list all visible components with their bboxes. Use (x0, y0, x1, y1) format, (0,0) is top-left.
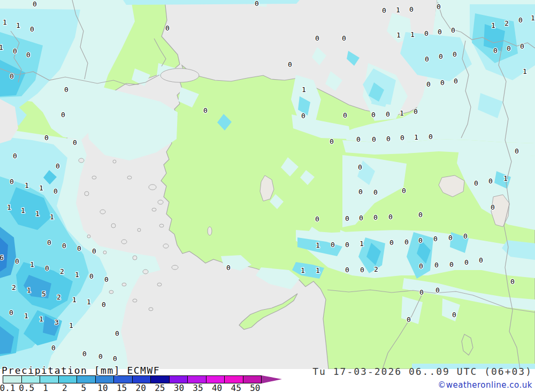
precip-value: 0 (433, 235, 438, 243)
legend-tick-label: 50 (250, 383, 260, 392)
precip-value: 0 (429, 133, 433, 141)
legend-color-segment (114, 376, 133, 383)
precip-value: 0 (449, 260, 454, 268)
precip-value: 1 (360, 240, 364, 248)
precip-value: 0 (102, 301, 106, 309)
precip-value: 2 (374, 265, 378, 273)
precip-value: 0 (47, 239, 51, 247)
sea-of-marmara (160, 68, 199, 82)
legend-tick-label: 1 (43, 383, 48, 392)
forecast-datetime: Tu 17-03-2026 06..09 UTC (06+03) (312, 366, 532, 377)
legend-color-segment (207, 376, 225, 383)
precip-value: 1 (396, 6, 400, 14)
precip-value: 0 (331, 241, 335, 249)
precip-value: 0 (440, 79, 445, 87)
legend-color-segment (133, 376, 151, 383)
precip-value: 0 (115, 329, 119, 337)
precip-value: 1 (72, 296, 77, 304)
legend-tick-label: 35 (193, 383, 203, 392)
precip-value: 0 (343, 111, 347, 119)
precip-value: 0 (89, 272, 94, 280)
precip-value: 0 (515, 147, 519, 155)
precipitation-map: 0011000001001201110000001000000100001000… (0, 0, 535, 369)
precip-value: 1 (3, 18, 7, 26)
legend-color-segment (59, 376, 78, 383)
legend-color-segment (77, 376, 96, 383)
legend-color-segment (225, 376, 243, 383)
precip-value: 0 (373, 213, 378, 221)
precip-value: 1 (16, 21, 20, 29)
precip-value: 0 (402, 187, 406, 195)
precip-value: 0 (426, 80, 431, 88)
legend-tick-label: 20 (136, 383, 146, 392)
precip-value: 2 (57, 293, 61, 301)
precip-value: 0 (400, 134, 404, 142)
precip-value: 5 (42, 290, 46, 298)
precip-value: 0 (371, 111, 376, 119)
legend-color-segment (3, 376, 22, 383)
precip-value: 0 (345, 214, 349, 222)
legend-color-segment (96, 376, 114, 383)
precip-value: 0 (51, 344, 56, 352)
copyright-link[interactable]: ©weatheronline.co.uk (438, 380, 532, 390)
precip-value: 0 (358, 188, 363, 196)
precip-value: 0 (520, 42, 524, 50)
precip-value: 0 (82, 350, 87, 358)
precip-value: 1 (491, 21, 495, 29)
precip-value: 0 (386, 110, 390, 118)
precip-value: 0 (372, 135, 376, 143)
precip-value: 1 (400, 109, 404, 117)
legend-tick-label: 25 (155, 383, 165, 392)
precip-value: 1 (87, 298, 91, 306)
legend-arrow-icon (262, 375, 282, 383)
precip-value: 1 (503, 174, 508, 182)
precip-value: 0 (73, 139, 77, 147)
precip-value: 0 (359, 214, 363, 222)
precip-value: 0 (345, 241, 349, 249)
precip-value: 0 (44, 134, 49, 142)
legend-color-segment (188, 376, 207, 383)
precip-value: 0 (389, 239, 394, 247)
precip-value: 1 (301, 266, 305, 274)
precip-value: 0 (425, 55, 429, 63)
precip-value: 0 (61, 111, 65, 119)
precip-value: 1 (523, 67, 527, 75)
precip-value: 0 (255, 0, 259, 7)
precip-value: 0 (388, 213, 393, 221)
precip-value: 1 (39, 315, 43, 323)
precip-value: 0 (507, 44, 511, 52)
precip-value: 2 (60, 267, 64, 275)
precip-value: 0 (474, 179, 478, 187)
precip-value: 6 (0, 253, 4, 262)
precip-value: 0 (315, 215, 319, 223)
precip-value: 1 (30, 260, 34, 268)
precip-value: 0 (418, 236, 423, 244)
legend-color-segment (170, 376, 188, 383)
precip-value: 0 (203, 106, 208, 114)
precip-value: 0 (77, 244, 81, 252)
precip-value: 0 (342, 34, 346, 42)
precip-value: 1 (414, 133, 418, 141)
legend-color-segment (151, 376, 170, 383)
legend-color-segment (243, 376, 262, 383)
precip-value: 0 (113, 355, 117, 363)
precip-value: 0 (479, 256, 483, 264)
precip-value: 0 (464, 258, 469, 266)
legend-tick-label: 5 (81, 383, 87, 392)
precip-value: 0 (452, 311, 456, 319)
precip-value: 0 (463, 232, 468, 240)
precip-value: 0 (54, 187, 58, 195)
precip-value: 0 (382, 6, 386, 14)
precip-value: 0 (45, 264, 49, 272)
precip-value: 0 (360, 266, 364, 274)
precip-value: 0 (414, 107, 418, 116)
precip-value: 0 (418, 211, 423, 219)
precip-value: 0 (315, 34, 319, 42)
precip-value: 3 (55, 318, 59, 326)
precip-value: 1 (316, 241, 320, 249)
precip-value: 1 (316, 266, 320, 274)
legend-tick-label: 30 (174, 383, 184, 392)
precip-value: 1 (21, 206, 25, 214)
precip-value: 1 (27, 286, 31, 294)
precip-value: 1 (302, 86, 306, 94)
